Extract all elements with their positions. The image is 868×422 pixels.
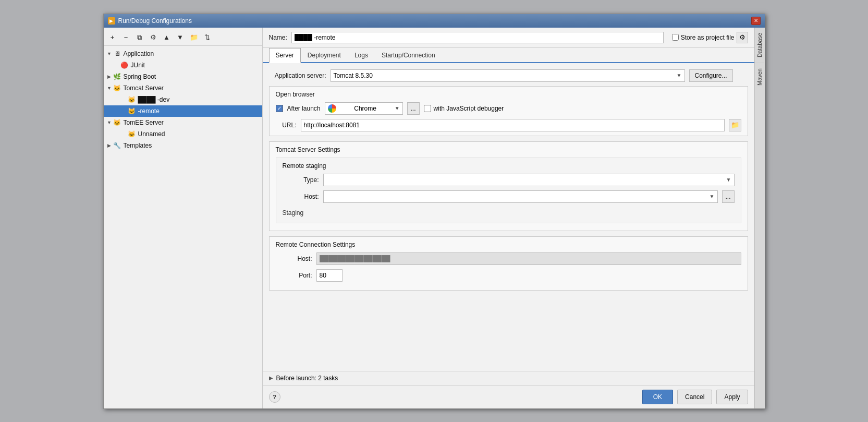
type-label: Type: xyxy=(283,176,319,184)
type-combo-arrow: ▼ xyxy=(726,177,731,183)
title-icon: ▶ xyxy=(108,17,115,25)
tomcat-icon: 🐱 xyxy=(113,84,121,92)
add-config-button[interactable]: + xyxy=(107,32,118,43)
dialog-title: Run/Debug Configurations xyxy=(118,17,192,25)
sidebar-item-spring-boot[interactable]: ▶ 🌿 Spring Boot xyxy=(104,71,262,82)
move-up-button[interactable]: ▲ xyxy=(161,32,173,43)
url-row: URL: 📁 xyxy=(276,119,741,131)
type-dropdown[interactable]: ▼ xyxy=(323,174,735,186)
remote-conn-title: Remote Connection Settings xyxy=(276,241,741,248)
move-down-button[interactable]: ▼ xyxy=(175,32,186,43)
browser-ellipsis-button[interactable]: ... xyxy=(407,102,420,115)
dialog-footer: ? OK Cancel Apply xyxy=(263,385,754,408)
templates-icon: 🔧 xyxy=(113,141,121,150)
sidebar-toolbar: + − ⧉ ⚙ ▲ ▼ 📁 ⇅ xyxy=(104,30,262,46)
content-panel: Name: Store as project file ⚙ Server Dep… xyxy=(263,28,754,408)
url-label: URL: xyxy=(276,122,297,129)
database-panel-label[interactable]: Database xyxy=(755,30,764,61)
tab-server[interactable]: Server xyxy=(269,48,301,63)
sidebar-item-label: JUnit xyxy=(131,62,145,69)
port-row: Port: 80 xyxy=(276,269,741,282)
browser-dropdown[interactable]: Chrome ▼ xyxy=(325,102,403,115)
remote-host-label: Host: xyxy=(276,255,312,262)
ok-button[interactable]: OK xyxy=(642,390,673,404)
sidebar-item-junit[interactable]: 🔴 JUnit xyxy=(104,59,262,71)
tab-deployment[interactable]: Deployment xyxy=(301,48,348,63)
open-browser-title: Open browser xyxy=(276,91,741,98)
remote-connection-settings: Remote Connection Settings Host: Port: 8… xyxy=(269,236,748,291)
after-launch-label: After launch xyxy=(287,105,321,112)
after-launch-row: After launch Chrome ▼ ... with JavaScrip… xyxy=(276,102,741,115)
tomcat-dev-icon: 🐱 xyxy=(128,95,136,104)
sidebar-item-label: ████ -dev xyxy=(138,96,170,103)
sort-config-button[interactable]: ⇅ xyxy=(202,32,213,43)
apply-button[interactable]: Apply xyxy=(716,390,748,404)
sidebar-item-tomee[interactable]: ▼ 🐱 TomEE Server xyxy=(104,117,262,128)
arrow-icon: ▼ xyxy=(106,120,113,125)
name-input[interactable] xyxy=(291,32,664,43)
folder-config-button[interactable]: 📁 xyxy=(188,32,200,43)
maven-panel-label[interactable]: Maven xyxy=(755,65,764,89)
settings-config-button[interactable]: ⚙ xyxy=(148,32,159,43)
remove-config-button[interactable]: − xyxy=(120,32,132,43)
arrow-icon: ▶ xyxy=(106,74,113,79)
tomcat-server-settings: Tomcat Server Settings Remote staging Ty… xyxy=(269,141,748,231)
help-button[interactable]: ? xyxy=(269,391,280,403)
js-debugger-label: with JavaScript debugger xyxy=(434,105,504,112)
before-launch-bar[interactable]: ▶ Before launch: 2 tasks xyxy=(263,371,754,385)
app-server-dropdown[interactable]: Tomcat 8.5.30 ▼ xyxy=(331,69,685,82)
store-gear-button[interactable]: ⚙ xyxy=(737,32,748,43)
sidebar-item-label: Unnamed xyxy=(138,130,165,138)
application-icon: 🖥 xyxy=(113,50,121,58)
dialog-body: + − ⧉ ⚙ ▲ ▼ 📁 ⇅ ▼ 🖥 Application xyxy=(104,28,765,408)
remote-staging-section: Remote staging Type: ▼ Host: xyxy=(276,158,741,223)
cancel-button[interactable]: Cancel xyxy=(677,390,712,404)
config-area: Application server: Tomcat 8.5.30 ▼ Conf… xyxy=(263,63,754,371)
tab-logs[interactable]: Logs xyxy=(348,48,375,63)
after-launch-checkbox[interactable] xyxy=(276,105,283,112)
sidebar-item-label: Tomcat Server xyxy=(124,85,164,92)
copy-config-button[interactable]: ⧉ xyxy=(134,32,145,43)
tomcat-remote-icon: 🐱 xyxy=(128,107,136,115)
staging-host-row: Host: ▼ ... xyxy=(283,190,735,203)
before-launch-arrow-icon: ▶ xyxy=(269,375,273,381)
tomee-unnamed-icon: 🐱 xyxy=(128,130,136,138)
store-project-checkbox[interactable] xyxy=(672,34,679,41)
sidebar-tree: ▼ 🖥 Application 🔴 JUnit ▶ 🌿 Spring Boot xyxy=(104,46,262,153)
js-debugger-checkbox[interactable] xyxy=(424,105,431,112)
sidebar: + − ⧉ ⚙ ▲ ▼ 📁 ⇅ ▼ 🖥 Application xyxy=(104,28,263,408)
combo-arrow-icon: ▼ xyxy=(677,73,682,78)
app-server-value: Tomcat 8.5.30 xyxy=(334,72,373,79)
port-label: Port: xyxy=(276,272,312,279)
sidebar-item-tomee-unnamed[interactable]: 🐱 Unnamed xyxy=(104,128,262,140)
tomee-icon: 🐱 xyxy=(113,118,121,127)
remote-host-row: Host: xyxy=(276,252,741,265)
tab-startup[interactable]: Startup/Connection xyxy=(375,48,442,63)
name-row: Name: Store as project file ⚙ xyxy=(263,28,754,48)
sidebar-item-label: Application xyxy=(124,50,154,57)
sidebar-item-label: -remote xyxy=(138,107,160,115)
host-combo-arrow: ▼ xyxy=(710,194,715,199)
staging-host-dropdown[interactable]: ▼ xyxy=(323,190,718,203)
spring-icon: 🌿 xyxy=(113,73,121,81)
browser-value: Chrome xyxy=(354,105,376,112)
run-debug-dialog: ▶ Run/Debug Configurations ✕ + − ⧉ ⚙ ▲ ▼… xyxy=(103,14,765,409)
port-input[interactable]: 80 xyxy=(316,269,343,282)
arrow-icon: ▼ xyxy=(106,86,113,91)
junit-icon: 🔴 xyxy=(120,61,129,69)
configure-button[interactable]: Configure... xyxy=(689,69,733,82)
sidebar-item-application[interactable]: ▼ 🖥 Application xyxy=(104,48,262,59)
sidebar-item-templates[interactable]: ▶ 🔧 Templates xyxy=(104,140,262,151)
sidebar-item-tomcat-dev[interactable]: 🐱 ████ -dev xyxy=(104,94,262,105)
close-button[interactable]: ✕ xyxy=(751,17,761,25)
url-folder-button[interactable]: 📁 xyxy=(729,119,741,131)
right-sidebar: Database Maven xyxy=(754,28,765,408)
type-row: Type: ▼ xyxy=(283,174,735,186)
sidebar-item-tomcat[interactable]: ▼ 🐱 Tomcat Server xyxy=(104,82,262,94)
url-input[interactable] xyxy=(301,119,725,131)
before-launch-label: Before launch: 2 tasks xyxy=(276,375,338,382)
remote-host-input[interactable] xyxy=(316,252,741,265)
tabs-bar: Server Deployment Logs Startup/Connectio… xyxy=(263,48,754,63)
host-ellipsis-button[interactable]: ... xyxy=(722,190,735,203)
sidebar-item-tomcat-remote[interactable]: 🐱 -remote xyxy=(104,105,262,117)
